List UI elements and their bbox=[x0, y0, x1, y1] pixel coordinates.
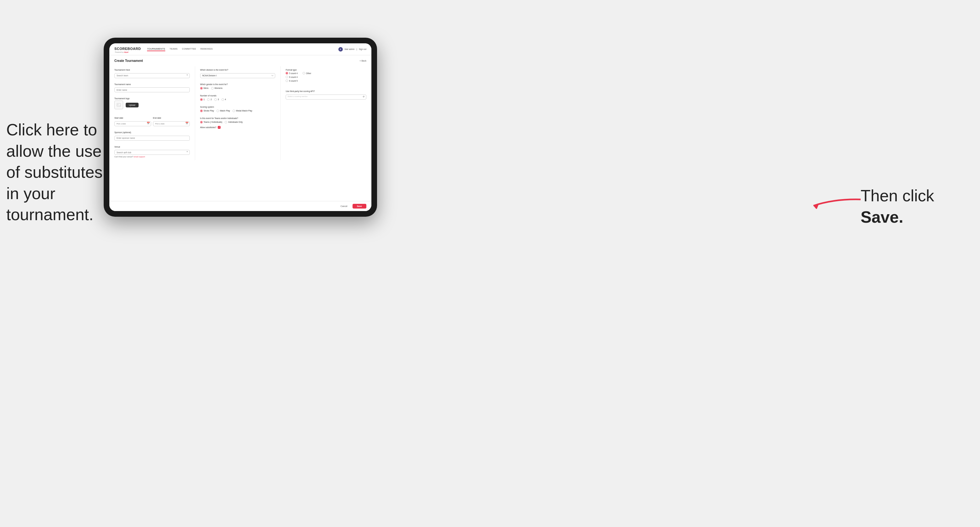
gender-womens[interactable]: Womens bbox=[211, 87, 223, 89]
nav-teams[interactable]: TEAMS bbox=[170, 47, 178, 51]
sponsor-label: Sponsor (optional) bbox=[115, 131, 131, 133]
format-5count4-radio[interactable] bbox=[286, 72, 288, 75]
back-link[interactable]: < Back bbox=[360, 60, 366, 62]
gender-womens-radio[interactable] bbox=[211, 87, 214, 89]
event-teams-radio[interactable] bbox=[200, 121, 203, 124]
page-title: Create Tournament bbox=[115, 59, 143, 62]
logo-scoreboard: SCOREBOARD bbox=[115, 47, 141, 51]
rounds-4[interactable]: 4 bbox=[221, 98, 226, 101]
allow-subs-label-text: Allow substitutes? bbox=[200, 126, 216, 129]
logo-upload-area: Upload bbox=[115, 100, 190, 109]
cancel-button[interactable]: Cancel bbox=[338, 204, 350, 208]
rounds-radio-group: 1 2 3 4 bbox=[200, 98, 275, 101]
tournament-host-input[interactable] bbox=[115, 73, 190, 78]
scoring-service-select[interactable] bbox=[286, 95, 366, 100]
gender-mens[interactable]: Mens bbox=[200, 87, 208, 89]
rounds-2-radio[interactable] bbox=[207, 98, 210, 101]
rounds-1[interactable]: 1 bbox=[200, 98, 205, 101]
scoring-system-group: Scoring system Stroke Play Match Play bbox=[200, 103, 275, 112]
end-date-wrapper: 📅 bbox=[153, 120, 190, 126]
venue-hint: Can't find your venue? email support bbox=[115, 156, 190, 158]
arrow-right-icon bbox=[807, 193, 864, 210]
event-type-group: Is this event for Teams and/or Individua… bbox=[200, 114, 275, 124]
form-col-right: Format type 5 count 4 Other bbox=[286, 66, 366, 160]
nav-committee[interactable]: COMMITTEE bbox=[182, 47, 196, 51]
format-6count5[interactable]: 6 count 5 bbox=[286, 79, 298, 82]
sponsor-input[interactable] bbox=[115, 136, 190, 141]
tournament-logo-label: Tournament logo bbox=[115, 97, 129, 100]
scoring-stroke[interactable]: Stroke Play bbox=[200, 110, 214, 112]
division-group: Which division is the event for? NCAA Di… bbox=[200, 66, 275, 78]
annotation-right: Then click Save. bbox=[861, 185, 961, 228]
format-6count4-radio[interactable] bbox=[286, 76, 288, 78]
sign-out-link[interactable]: Sign out bbox=[359, 48, 366, 50]
start-date-wrapper: 📅 bbox=[115, 120, 151, 126]
scoring-match-radio[interactable] bbox=[216, 110, 219, 112]
allow-subs-checkbox-label[interactable]: Allow substitutes? ✓ bbox=[200, 126, 275, 129]
rounds-4-radio[interactable] bbox=[221, 98, 224, 101]
rounds-label: Number of rounds bbox=[200, 95, 216, 97]
gender-radio-group: Mens Womens bbox=[200, 87, 275, 89]
form-grid: Tournament Host ▾ Tournament name Tourna… bbox=[115, 66, 366, 160]
allow-subs-checkbox[interactable]: ✓ bbox=[218, 126, 221, 129]
rounds-group: Number of rounds 1 2 bbox=[200, 92, 275, 101]
event-individuals[interactable]: Individuals Only bbox=[225, 121, 243, 124]
scoring-radio-group: Stroke Play Match Play Medal Match Play bbox=[200, 110, 275, 112]
end-date-label: End date bbox=[153, 117, 161, 119]
event-type-radio-group: Teams (+Individuals) Individuals Only bbox=[200, 121, 275, 124]
rounds-1-radio[interactable] bbox=[200, 98, 203, 101]
form-col-middle: Which division is the event for? NCAA Di… bbox=[200, 66, 281, 160]
start-date-input[interactable] bbox=[115, 121, 151, 126]
rounds-2[interactable]: 2 bbox=[207, 98, 212, 101]
venue-select-wrapper: ▾ bbox=[115, 149, 190, 155]
navbar: SCOREBOARD Powered by clippd TOURNAMENTS… bbox=[109, 43, 371, 55]
user-avatar: B bbox=[339, 47, 343, 51]
rounds-3[interactable]: 3 bbox=[214, 98, 219, 101]
upload-button[interactable]: Upload bbox=[126, 103, 138, 107]
venue-input[interactable] bbox=[115, 150, 190, 155]
gender-group: Which gender is the event for? Mens Wome… bbox=[200, 81, 275, 89]
scoring-medal-radio[interactable] bbox=[232, 110, 235, 112]
rounds-3-radio[interactable] bbox=[214, 98, 217, 101]
page-content: Create Tournament < Back Tournament Host… bbox=[109, 55, 371, 201]
tournament-host-label: Tournament Host bbox=[115, 69, 130, 71]
nav-tournaments[interactable]: TOURNAMENTS bbox=[147, 47, 165, 51]
nav-links: TOURNAMENTS TEAMS COMMITTEE RANKINGS bbox=[147, 47, 338, 51]
event-individuals-radio[interactable] bbox=[225, 121, 227, 124]
start-date-calendar-icon: 📅 bbox=[147, 122, 150, 125]
form-footer: Cancel Save bbox=[109, 201, 371, 211]
tournament-host-group: Tournament Host ▾ bbox=[115, 66, 190, 78]
event-teams[interactable]: Teams (+Individuals) bbox=[200, 121, 223, 124]
tournament-name-label: Tournament name bbox=[115, 83, 131, 86]
tournament-name-input[interactable] bbox=[115, 87, 190, 92]
scoring-medal-match[interactable]: Medal Match Play bbox=[232, 110, 252, 112]
scoring-match[interactable]: Match Play bbox=[216, 110, 230, 112]
format-row-3: 6 count 5 bbox=[286, 79, 366, 82]
save-button[interactable]: Save bbox=[353, 204, 366, 208]
page-header: Create Tournament < Back bbox=[115, 59, 366, 62]
format-type-group: Format type 5 count 4 Other bbox=[286, 66, 366, 85]
format-row-1: 5 count 4 Other bbox=[286, 72, 366, 75]
tournament-host-select-wrapper: ▾ bbox=[115, 72, 190, 78]
gender-mens-radio[interactable] bbox=[200, 87, 203, 89]
end-date-input[interactable] bbox=[153, 121, 190, 126]
scoring-stroke-radio[interactable] bbox=[200, 110, 203, 112]
nav-user-area: B blair admin | Sign out bbox=[339, 47, 366, 51]
division-select[interactable]: NCAA Division I bbox=[200, 73, 275, 78]
venue-group: Venue ▾ Can't find your venue? email sup… bbox=[115, 143, 190, 158]
tournament-name-group: Tournament name bbox=[115, 81, 190, 93]
tablet-screen: SCOREBOARD Powered by clippd TOURNAMENTS… bbox=[109, 43, 371, 211]
format-other-radio[interactable] bbox=[302, 72, 305, 75]
end-date-calendar-icon: 📅 bbox=[185, 122, 189, 125]
annotation-left: Click here to allow the use of substitut… bbox=[6, 119, 113, 225]
nav-rankings[interactable]: RANKINGS bbox=[200, 47, 213, 51]
gender-label: Which gender is the event for? bbox=[200, 83, 228, 86]
format-6count4[interactable]: 6 count 4 bbox=[286, 76, 298, 78]
format-other[interactable]: Other bbox=[302, 72, 311, 75]
format-5count4[interactable]: 5 count 4 bbox=[286, 72, 298, 75]
email-support-link[interactable]: email support bbox=[134, 156, 145, 158]
allow-subs-group: Allow substitutes? ✓ bbox=[200, 126, 275, 129]
format-6count5-radio[interactable] bbox=[286, 79, 288, 82]
scoring-service-label: Use third-party live scoring API? bbox=[286, 90, 315, 92]
sponsor-group: Sponsor (optional) bbox=[115, 129, 190, 141]
